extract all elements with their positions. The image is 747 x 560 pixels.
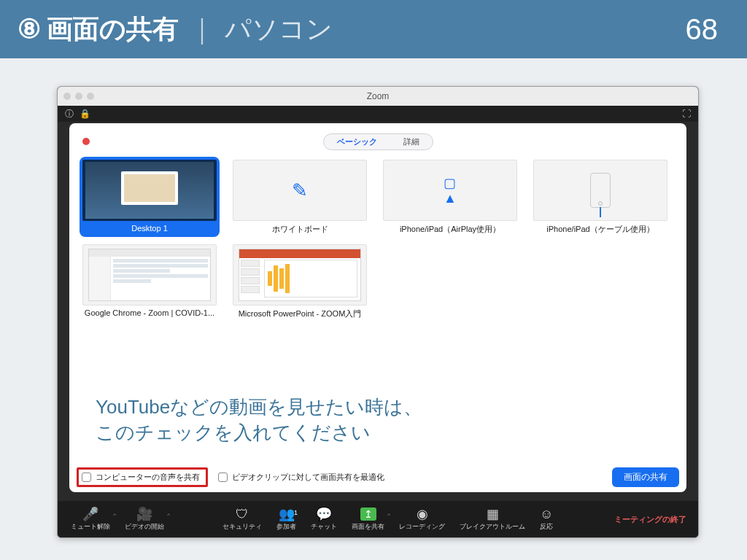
info-icon[interactable]: ⓘ: [65, 108, 74, 120]
tile-whiteboard-label: ホワイトボード: [230, 224, 370, 235]
checkbox-icon[interactable]: [218, 472, 228, 482]
participants-icon: 👥: [279, 508, 295, 521]
tab-basic[interactable]: ベーシック: [324, 134, 390, 149]
zoom-topbar: ⓘ 🔒 ⛶: [58, 106, 698, 122]
mac-titlebar: Zoom: [58, 87, 698, 106]
checkbox-optimize-video-label: ビデオクリップに対して画面共有を最適化: [232, 472, 384, 483]
slide-subtitle: パソコン: [225, 12, 333, 47]
chat-button[interactable]: 💬 チャット: [303, 508, 344, 532]
checkbox-share-audio-label: コンピューターの音声を共有: [96, 472, 200, 483]
browser-thumbnail: [88, 249, 210, 301]
slide-number-badge: ⑧: [18, 14, 41, 44]
participants-count: 1: [294, 509, 298, 516]
slide-title: ⑧ 画面の共有 ｜ パソコン: [18, 12, 333, 47]
record-button[interactable]: ◉ レコーディング: [392, 508, 452, 532]
options-row: コンピューターの音声を共有 ビデオクリップに対して画面共有を最適化 画面の共有: [77, 466, 679, 488]
tile-airplay[interactable]: ▢▲ iPhone/iPad（AirPlay使用）: [380, 157, 520, 237]
chevron-up-icon[interactable]: ^: [113, 512, 116, 518]
chevron-up-icon[interactable]: ^: [387, 512, 390, 518]
record-icon: ◉: [417, 508, 428, 521]
powerpoint-thumbnail: [239, 249, 360, 301]
lock-icon[interactable]: 🔒: [80, 109, 90, 119]
shield-icon: 🛡: [236, 508, 249, 521]
pencil-icon: ✎: [292, 179, 308, 202]
hint-text: YouTubeなどの動画を見せたい時は、 このチェックを入れてください: [96, 394, 422, 446]
desktop-thumbnail: [85, 162, 214, 218]
tile-powerpoint[interactable]: Microsoft PowerPoint - ZOOM入門: [230, 241, 370, 322]
tile-airplay-label: iPhone/iPad（AirPlay使用）: [380, 224, 520, 235]
chat-icon: 💬: [316, 508, 332, 521]
checkbox-optimize-video[interactable]: ビデオクリップに対して画面共有を最適化: [218, 472, 384, 483]
slide-header: ⑧ 画面の共有 ｜ パソコン 68: [0, 0, 747, 58]
airplay-icon: ▢▲: [444, 175, 457, 206]
phone-cable-icon: [590, 173, 611, 208]
tile-cable-label: iPhone/iPad（ケーブル使用）: [530, 224, 670, 235]
mute-button[interactable]: 🎤 ^ ミュート解除: [63, 508, 117, 532]
share-panel: ベーシック 詳細 Desktop 1 ✎ ホワイトボード ▢▲ iPhone/i…: [69, 123, 686, 492]
tile-whiteboard[interactable]: ✎ ホワイトボード: [230, 157, 370, 237]
zoom-controls-bar: 🎤 ^ ミュート解除 🎥 ^ ビデオの開始 🛡 セキュリティ 👥 1 参加者 💬…: [58, 501, 698, 537]
tile-desktop-label: Desktop 1: [80, 224, 220, 233]
slide-title-main: 画面の共有: [47, 12, 179, 47]
video-button[interactable]: 🎥 ^ ビデオの開始: [117, 508, 171, 532]
tile-chrome[interactable]: Google Chrome - Zoom | COVID-1...: [80, 241, 220, 322]
slide-page-number: 68: [686, 13, 719, 46]
chevron-up-icon[interactable]: ^: [167, 512, 170, 518]
slide-title-divider: ｜: [189, 12, 214, 47]
reaction-button[interactable]: ☺ 反応: [533, 508, 560, 532]
share-screen-button[interactable]: 画面の共有: [612, 467, 679, 487]
tab-advanced[interactable]: 詳細: [390, 134, 433, 149]
tile-desktop[interactable]: Desktop 1: [80, 157, 220, 237]
security-button[interactable]: 🛡 セキュリティ: [215, 508, 269, 532]
window-title: Zoom: [58, 91, 698, 101]
checkbox-share-audio[interactable]: コンピューターの音声を共有: [77, 467, 208, 487]
participants-button[interactable]: 👥 1 参加者: [269, 508, 303, 532]
checkbox-icon[interactable]: [82, 472, 91, 482]
hint-line2: このチェックを入れてください: [96, 420, 422, 446]
breakout-button[interactable]: ▦ ブレイクアウトルーム: [452, 508, 533, 532]
camera-off-icon: 🎥: [136, 508, 152, 521]
tile-cable[interactable]: iPhone/iPad（ケーブル使用）: [530, 157, 670, 237]
breakout-icon: ▦: [487, 508, 499, 521]
end-meeting-button[interactable]: ミーティングの終了: [614, 514, 692, 525]
hint-line1: YouTubeなどの動画を見せたい時は、: [96, 394, 422, 420]
zoom-window: Zoom ⓘ 🔒 ⛶ ベーシック 詳細 Desktop 1 ✎ ホワイトボード: [57, 86, 699, 538]
reaction-icon: ☺: [540, 508, 553, 521]
share-tabs[interactable]: ベーシック 詳細: [323, 133, 433, 150]
tile-powerpoint-label: Microsoft PowerPoint - ZOOM入門: [230, 308, 370, 319]
recording-indicator-icon: [82, 138, 90, 145]
microphone-muted-icon: 🎤: [82, 508, 98, 521]
tile-chrome-label: Google Chrome - Zoom | COVID-1...: [80, 308, 220, 317]
share-screen-control[interactable]: ↥ ^ 画面を共有: [344, 508, 392, 532]
share-screen-icon: ↥: [360, 508, 376, 521]
fullscreen-icon[interactable]: ⛶: [682, 109, 691, 119]
